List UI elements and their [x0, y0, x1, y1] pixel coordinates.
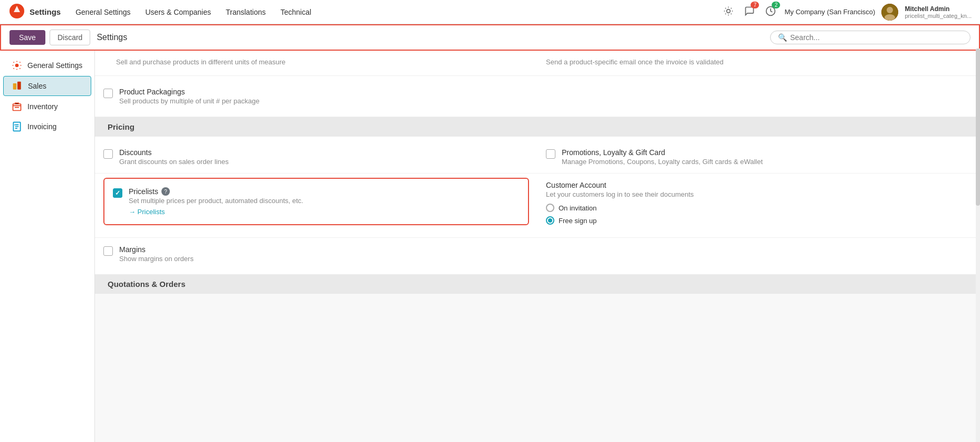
search-icon: 🔍 [778, 33, 787, 42]
svg-point-2 [727, 9, 731, 13]
margins-text: Margins Show margins on orders [119, 245, 194, 263]
promotions-title: Promotions, Loyalty & Gift Card [562, 148, 763, 157]
customer-account-desc: Let your customers log in to see their d… [546, 190, 694, 198]
chat-badge: 7 [751, 2, 759, 8]
product-packagings-desc: Sell products by multiple of unit # per … [119, 97, 260, 105]
action-bar: Save Discard Settings 🔍 [0, 24, 980, 51]
margins-desc: Show margins on orders [119, 255, 194, 263]
margins-title: Margins [119, 245, 194, 254]
promotions-text: Promotions, Loyalty & Gift Card Manage P… [562, 148, 763, 166]
activity-badge: 2 [772, 2, 780, 8]
sidebar: General Settings Sales Inventory In [0, 49, 95, 442]
product-packagings-title: Product Packagings [119, 88, 260, 96]
customer-account-text: Customer Account Let your customers log … [546, 181, 694, 230]
quotations-orders-header: Quotations & Orders [95, 274, 980, 294]
setting-margins: Margins Show margins on orders [95, 238, 537, 270]
sidebar-item-invoicing[interactable]: Invoicing [3, 117, 91, 136]
sidebar-item-general-settings[interactable]: General Settings [3, 56, 91, 75]
discounts-checkbox[interactable] [103, 149, 113, 159]
radio-on-invitation-outer [546, 204, 554, 212]
discounts-text: Discounts Grant discounts on sales order… [119, 148, 228, 166]
sales-icon [12, 81, 23, 91]
top-nav-right: 7 2 My Company (San Francisco) Mitchell … [721, 4, 972, 21]
partial-text-left: Sell and purchase products in different … [108, 54, 537, 70]
pricelists-link[interactable]: → Pricelists [129, 208, 303, 216]
sidebar-item-sales[interactable]: Sales [3, 76, 91, 96]
radio-on-invitation-label: On invitation [559, 204, 597, 212]
nav-translations[interactable]: Translations [219, 5, 272, 20]
nav-general-settings[interactable]: General Settings [69, 5, 137, 20]
radio-free-sign-up-inner [548, 218, 552, 223]
invoicing-icon [12, 121, 22, 132]
activity-icon-btn[interactable]: 2 [763, 4, 778, 20]
help-icon[interactable]: ? [161, 187, 170, 196]
product-packagings-section: Product Packagings Sell products by mult… [95, 76, 980, 117]
search-bar: 🔍 [770, 31, 971, 44]
customer-account-title: Customer Account [546, 181, 694, 189]
pricing-section: Pricing Discounts Grant discounts on sal… [95, 117, 980, 274]
radio-on-invitation[interactable]: On invitation [546, 201, 694, 214]
main-content: Sell and purchase products in different … [95, 49, 980, 442]
setting-promotions: Promotions, Loyalty & Gift Card Manage P… [537, 141, 980, 173]
save-button[interactable]: Save [9, 30, 45, 45]
partial-text-right: Send a product-specific email once the i… [537, 54, 967, 70]
customer-account-radio-group: On invitation Free sign up [546, 198, 694, 230]
sidebar-item-general-settings-label: General Settings [27, 61, 82, 70]
svg-point-13 [14, 124, 15, 126]
promotions-desc: Manage Promotions, Coupons, Loyalty card… [562, 158, 763, 166]
app-logo[interactable] [8, 3, 25, 21]
pricelists-wrapper: Pricelists ? Set multiple prices per pro… [95, 174, 537, 237]
quotations-orders-section: Quotations & Orders [95, 274, 980, 294]
radio-free-sign-up-label: Free sign up [559, 217, 597, 225]
pricelists-checkbox[interactable] [113, 188, 122, 198]
nav-technical[interactable]: Technical [274, 5, 318, 20]
search-input[interactable] [790, 33, 963, 42]
svg-point-5 [887, 7, 893, 13]
discounts-desc: Grant discounts on sales order lines [119, 158, 228, 166]
pricelists-desc: Set multiple prices per product, automat… [129, 197, 303, 205]
user-name: Mitchell Admin [905, 5, 972, 13]
discounts-title: Discounts [119, 148, 228, 157]
product-packagings-checkbox[interactable] [103, 89, 113, 98]
sidebar-item-inventory[interactable]: Inventory [3, 97, 91, 116]
setting-pricelists-highlighted: Pricelists ? Set multiple prices per pro… [103, 178, 529, 225]
pricelists-text: Pricelists ? Set multiple prices per pro… [129, 187, 303, 216]
top-nav: Settings General Settings Users & Compan… [0, 0, 980, 24]
svg-rect-11 [15, 107, 19, 108]
svg-rect-9 [17, 82, 21, 90]
layout: General Settings Sales Inventory In [0, 49, 980, 442]
app-title[interactable]: Settings [30, 7, 61, 16]
sidebar-item-sales-label: Sales [28, 82, 46, 90]
discard-button[interactable]: Discard [50, 30, 90, 45]
inventory-icon [12, 101, 22, 112]
setting-discounts: Discounts Grant discounts on sales order… [95, 141, 537, 173]
scrollbar-track [976, 49, 980, 442]
margins-checkbox[interactable] [103, 246, 113, 256]
svg-point-7 [15, 64, 19, 68]
company-name[interactable]: My Company (San Francisco) [784, 8, 875, 16]
chat-icon-btn[interactable]: 7 [742, 4, 757, 20]
pricing-section-header: Pricing [95, 117, 980, 137]
setting-product-packagings: Product Packagings Sell products by mult… [95, 80, 980, 112]
user-info: Mitchell Admin pricelist_multi_categ_kn.… [905, 5, 972, 19]
product-packagings-text: Product Packagings Sell products by mult… [119, 88, 260, 105]
sidebar-item-inventory-label: Inventory [27, 102, 58, 111]
pricelists-title-row: Pricelists ? [129, 187, 303, 196]
pricelists-title: Pricelists [129, 187, 158, 196]
bug-icon-btn[interactable] [721, 4, 736, 20]
promotions-checkbox[interactable] [546, 149, 555, 159]
radio-free-sign-up[interactable]: Free sign up [546, 214, 694, 227]
scrollbar-thumb[interactable] [976, 49, 980, 206]
top-nav-menu: General Settings Users & Companies Trans… [69, 5, 721, 20]
svg-rect-8 [13, 83, 17, 90]
gear-icon [12, 60, 22, 71]
svg-point-6 [885, 14, 895, 21]
nav-users-companies[interactable]: Users & Companies [139, 5, 217, 20]
sidebar-item-invoicing-label: Invoicing [27, 122, 56, 131]
radio-free-sign-up-outer [546, 216, 554, 225]
setting-customer-account: Customer Account Let your customers log … [537, 174, 980, 237]
settings-label: Settings [97, 33, 127, 42]
user-avatar[interactable] [881, 4, 898, 21]
user-subtitle: pricelist_multi_categ_kn... [905, 13, 972, 19]
